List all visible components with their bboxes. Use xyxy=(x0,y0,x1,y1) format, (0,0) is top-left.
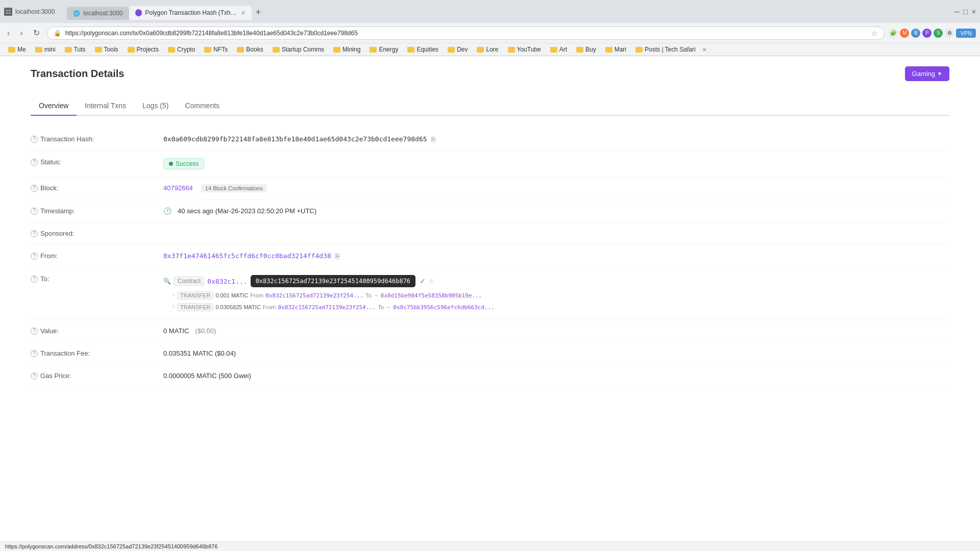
window-controls: localhost:3000 xyxy=(4,8,55,16)
bookmark-crypto-label: Crypto xyxy=(177,46,195,53)
bookmark-dev-label: Dev xyxy=(457,46,468,53)
bookmark-mini[interactable]: mini xyxy=(31,45,60,54)
bookmark-tools[interactable]: Tools xyxy=(91,45,122,54)
ext-icon-5[interactable]: S xyxy=(934,29,943,38)
gas-price-help-icon[interactable]: ? xyxy=(31,372,38,380)
to-help-icon[interactable]: ? xyxy=(31,276,38,283)
ext-icon-2[interactable]: M xyxy=(900,29,909,38)
tab-localhost[interactable]: 🌐 localhost:3000 xyxy=(67,7,129,20)
bookmark-energy[interactable]: Energy xyxy=(365,45,402,54)
new-tab-button[interactable]: + xyxy=(252,5,265,20)
timestamp-help-icon[interactable]: ? xyxy=(31,208,38,215)
transaction-hash-copy-button[interactable]: ⎘ xyxy=(431,135,435,143)
bookmark-dev[interactable]: Dev xyxy=(444,45,472,54)
from-label: ? From: xyxy=(31,252,163,260)
bookmark-startup-comms-label: Startup Comms xyxy=(282,46,324,53)
bookmark-folder-icon xyxy=(477,47,484,53)
vpn-button[interactable]: VPN xyxy=(956,29,976,38)
bookmark-projects[interactable]: Projects xyxy=(124,45,163,54)
ext-icon-4[interactable]: P xyxy=(922,29,932,38)
ext-icon-6[interactable]: ⚙ xyxy=(945,29,954,38)
bookmark-books[interactable]: Books xyxy=(233,45,267,54)
from-help-icon[interactable]: ? xyxy=(31,253,38,260)
address-bar[interactable]: 🔒 https://polygonscan.com/tx/0x0a609cdb8… xyxy=(47,27,885,40)
maximize-button[interactable]: □ xyxy=(963,8,967,16)
contract-short-link[interactable]: 0x832c1... xyxy=(207,278,247,285)
from-address-link[interactable]: 0x37f1e47461465fc5cffd6cf0cc0bad3214ff4d… xyxy=(163,252,331,260)
contract-tooltip-copy-button[interactable]: ⎘ xyxy=(430,278,433,285)
transfer-row-2: └ TRANSFER 0.0305825 MATIC From 0x832c15… xyxy=(172,302,495,312)
bookmark-nfts-label: NFTs xyxy=(213,46,228,53)
transfer-to-link-1[interactable]: 0x0d15be984f5e58358b905b19e... xyxy=(381,292,482,299)
tab-logs[interactable]: Logs (5) xyxy=(134,96,177,116)
value-help-icon[interactable]: ? xyxy=(31,328,38,335)
contract-tooltip: 0x832c156725ad72139e23f25451400959d646b8… xyxy=(251,275,433,287)
ext-icon-1[interactable]: 🧩 xyxy=(889,29,898,38)
bookmark-folder-icon xyxy=(95,47,102,53)
block-help-icon[interactable]: ? xyxy=(31,185,38,192)
bookmark-tools-label: Tools xyxy=(104,46,118,53)
bookmark-me[interactable]: Me xyxy=(4,45,30,54)
to-row: ? To: 🔍 Contract 0x832c1... 0x832c156725… xyxy=(31,268,949,320)
bookmark-buy-label: Buy xyxy=(585,46,596,53)
transaction-fee-value: 0.035351 MATIC ($0.04) xyxy=(163,349,949,357)
transfer-to-link-2[interactable]: 0x0c75bb3956c596efc6db663cd... xyxy=(393,304,495,311)
bookmark-mining[interactable]: Mining xyxy=(329,45,364,54)
bookmark-tuts[interactable]: Tuts xyxy=(61,45,90,54)
bookmark-posts[interactable]: Posts | Tech Safari xyxy=(631,45,700,54)
tab-bar: 🌐 localhost:3000 Polygon Transaction Has… xyxy=(63,3,950,20)
transaction-hash-help-icon[interactable]: ? xyxy=(31,136,38,143)
tab-polygon-label: Polygon Transaction Hash (Txhas... xyxy=(145,9,238,16)
status-label: ? Status: xyxy=(31,158,163,166)
transfer-from-link-2[interactable]: 0x832c156725ad72139e23f254... xyxy=(278,304,376,311)
block-number-link[interactable]: 40792664 xyxy=(163,184,193,192)
transaction-fee-help-icon[interactable]: ? xyxy=(31,350,38,357)
transfer-row-1: └ TRANSFER 0.001 MATIC From 0x832c156725… xyxy=(172,290,495,300)
forward-button[interactable]: › xyxy=(17,27,26,40)
window-action-controls: ─ □ × xyxy=(954,8,976,16)
bookmark-mari[interactable]: Mari xyxy=(601,45,630,54)
tab-internal-txns[interactable]: Internal Txns xyxy=(77,96,134,116)
minimize-button[interactable]: ─ xyxy=(954,8,959,16)
timestamp-label: ? Timestamp: xyxy=(31,207,163,215)
bookmark-folder-icon xyxy=(168,47,175,53)
ext-icon-3[interactable]: B xyxy=(911,29,920,38)
sponsored-help-icon[interactable]: ? xyxy=(31,230,38,237)
reload-button[interactable]: ↻ xyxy=(30,26,43,40)
transaction-hash-text: 0x0a609cdb8299fb722148fa8e813bfe18e40d1a… xyxy=(163,135,427,143)
tab-overview[interactable]: Overview xyxy=(31,96,77,116)
bookmark-projects-label: Projects xyxy=(137,46,159,53)
status-help-icon[interactable]: ? xyxy=(31,159,38,166)
bookmark-nfts[interactable]: NFTs xyxy=(200,45,232,54)
transfer-from-link-1[interactable]: 0x832c156725ad72139e23f254... xyxy=(265,292,363,299)
contract-container: 🔍 Contract 0x832c1... 0x832c156725ad7213… xyxy=(163,275,495,312)
bookmark-crypto[interactable]: Crypto xyxy=(164,45,199,54)
bookmark-buy[interactable]: Buy xyxy=(572,45,600,54)
bookmark-tuts-label: Tuts xyxy=(74,46,86,53)
bookmark-equities[interactable]: Equities xyxy=(403,45,443,54)
value-usd: ($0.00) xyxy=(195,327,216,335)
tab-polygon[interactable]: Polygon Transaction Hash (Txhas... × xyxy=(129,6,252,20)
tab-polygon-close[interactable]: × xyxy=(241,9,246,17)
from-address-copy-button[interactable]: ⎘ xyxy=(335,252,339,260)
tab-comments[interactable]: Comments xyxy=(177,96,228,116)
transfer-arrow-2: To → xyxy=(378,304,391,310)
bookmark-lore[interactable]: Lore xyxy=(473,45,502,54)
bookmark-folder-icon xyxy=(237,47,244,53)
bookmark-folder-icon xyxy=(576,47,583,53)
bookmark-youtube[interactable]: YouTube xyxy=(504,45,545,54)
bookmark-star-icon[interactable]: ☆ xyxy=(871,29,878,37)
bookmark-mining-label: Mining xyxy=(342,46,360,53)
bookmarks-more[interactable]: » xyxy=(701,45,708,54)
gaming-button[interactable]: Gaming ▼ xyxy=(905,66,949,81)
close-button[interactable]: × xyxy=(972,8,976,16)
status-badge: Success xyxy=(163,158,204,169)
localhost-label: localhost:3000 xyxy=(15,8,55,15)
address-icons: ☆ xyxy=(871,29,878,37)
bookmark-art[interactable]: Art xyxy=(546,45,571,54)
transaction-fee-text: 0.035351 MATIC ($0.04) xyxy=(163,349,236,357)
bookmark-me-label: Me xyxy=(17,46,26,53)
back-button[interactable]: ‹ xyxy=(4,27,13,40)
bookmark-startup-comms[interactable]: Startup Comms xyxy=(268,45,328,54)
bookmark-folder-icon xyxy=(8,47,15,53)
